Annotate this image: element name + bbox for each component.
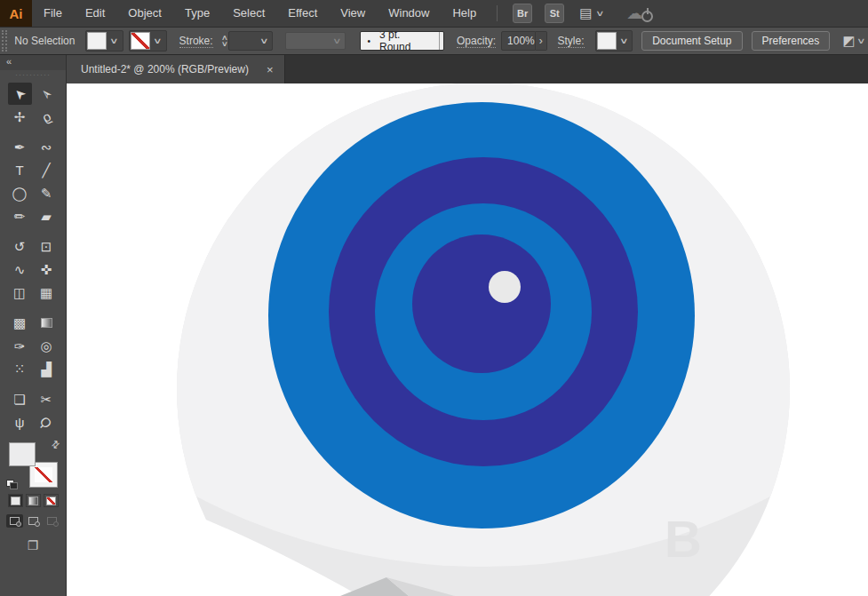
selection-status: No Selection [14,35,75,47]
change-screen-mode-icon[interactable]: ❐ [0,538,66,552]
gradient-button[interactable] [26,494,41,507]
menu-bar: Ai File Edit Object Type Select Effect V… [0,0,868,27]
lasso-tool[interactable]: ϱ [35,106,59,128]
chevron-down-icon[interactable]: ∨ [595,9,605,18]
hand-tool[interactable]: ψ [8,411,32,433]
swap-fill-stroke-icon[interactable]: ⇄ [49,438,63,452]
symbol-sprayer-tool[interactable]: ⁙ [8,358,32,380]
brush-definition-control[interactable]: • 3 pt. Round ∨ [360,31,445,51]
color-button[interactable] [8,494,23,507]
stroke-weight-stepper[interactable]: ∧ ∨ [222,35,227,47]
column-graph-tool[interactable]: ▟ [35,358,59,380]
none-button[interactable] [44,494,59,507]
stroke-weight-combobox[interactable]: ∨ [228,31,272,51]
document-tab[interactable]: Untitled-2* @ 200% (RGB/Preview) × [67,55,285,83]
draw-behind-button[interactable] [25,514,42,528]
document-tab-bar: Untitled-2* @ 200% (RGB/Preview) × [67,55,868,83]
type-tool[interactable]: T [8,159,32,181]
menu-object[interactable]: Object [116,0,173,27]
artboard-tool[interactable]: ❏ [8,388,32,410]
opacity-input[interactable]: 100% [501,31,536,51]
preferences-button[interactable]: Preferences [752,31,831,51]
paintbrush-tool[interactable]: ✎ [35,182,59,204]
menu-effect[interactable]: Effect [276,0,329,27]
shaper-tool[interactable]: ✏ [8,205,32,227]
chevron-down-icon[interactable]: ∨ [146,36,170,45]
power-icon [641,11,653,22]
fill-proxy-swatch[interactable] [9,442,36,466]
opacity-label[interactable]: Opacity: [457,35,496,48]
chevron-down-icon: ∨ [325,36,349,45]
blend-tool[interactable]: ◎ [35,335,59,357]
magic-wand-tool[interactable]: ✢ [8,106,32,128]
eyedropper-tool[interactable]: ✑ [8,335,32,357]
default-fill-stroke-icon[interactable] [6,480,18,489]
menu-file[interactable]: File [32,0,74,27]
shape-builder-tool[interactable]: ◫ [8,282,32,304]
watermark-letter: B [665,510,702,568]
gradient-tool[interactable] [35,312,59,334]
brush-dot-icon: • [368,36,371,46]
menu-type[interactable]: Type [173,0,221,27]
draw-inside-button [44,514,60,528]
puppet-warp-tool[interactable]: ✜ [35,258,59,281]
selection-tool[interactable]: ➤ [8,83,32,105]
brush-definition-value[interactable]: • 3 pt. Round [361,32,439,50]
arrange-icon[interactable]: ◩ [842,33,855,49]
perspective-grid-tool[interactable]: ▦ [35,282,59,304]
panel-grip[interactable] [2,30,7,52]
control-bar: No Selection ∨ ∨ Stroke: ∧ ∨ ∨ ∨ • 3 pt.… [0,27,868,55]
highlight-dot[interactable] [489,271,521,303]
width-tool[interactable]: ∿ [8,258,32,281]
graphic-style-control[interactable]: ∨ [595,30,633,52]
line-segment-tool[interactable]: ╱ [35,159,59,181]
zoom-tool[interactable]: Ϙ [35,411,59,433]
rotate-tool[interactable]: ↺ [8,235,32,258]
document-tab-title: Untitled-2* @ 200% (RGB/Preview) [81,63,249,75]
menu-select[interactable]: Select [221,0,276,27]
chevron-down-icon[interactable]: ∨ [439,36,445,45]
artboard-canvas[interactable]: B [67,83,868,596]
cloud-icon: ☁ [626,4,642,23]
brush-definition-dropdown-button[interactable]: ∨ [439,32,445,50]
chevron-down-icon[interactable]: ∨ [856,36,866,45]
scale-tool[interactable]: ⊡ [35,235,59,258]
collapse-panel-icon[interactable]: « [0,55,66,70]
pupil-circle[interactable] [412,234,551,373]
paint-mode-buttons [0,494,66,507]
stroke-weight-label: Stroke: [179,35,213,48]
stroke-color-control[interactable]: ∨ [129,30,167,52]
workspace-switcher-icon[interactable]: ▤ [579,5,592,21]
drawing-mode-buttons [0,514,66,528]
pen-tool[interactable]: ✒ [8,136,32,158]
eraser-tool[interactable]: ▰ [35,205,59,227]
fill-color-control[interactable]: ∨ [85,30,123,52]
style-label: Style: [558,35,585,48]
fill-stroke-controls: ⇄ [9,442,57,487]
close-icon[interactable]: × [267,63,274,76]
sync-status-icon: ☁ [626,4,653,23]
menu-window[interactable]: Window [377,0,441,27]
curvature-tool[interactable]: ∾ [35,136,59,158]
slice-tool[interactable]: ✂ [35,388,59,410]
panel-grip-dots[interactable]: ·········· [0,70,66,81]
variable-width-dropdown-disabled: ∨ [285,32,346,50]
menu-edit[interactable]: Edit [74,0,116,27]
stepper-down-icon[interactable]: ∨ [220,41,227,47]
menu-view[interactable]: View [329,0,377,27]
document-setup-button[interactable]: Document Setup [641,31,742,51]
draw-normal-button[interactable] [6,514,23,528]
mesh-tool[interactable]: ▩ [8,312,32,334]
artwork-webcam-eye[interactable]: B [67,83,868,596]
bridge-button[interactable]: Br [513,4,532,23]
stroke-proxy-swatch[interactable] [30,463,57,487]
tools-panel: « ·········· ➤ ➢ ✢ ϱ ✒ ∾ T ╱ ◯ ✎ ✏ ▰ ↺ ⊡… [0,55,67,596]
chevron-down-icon[interactable]: ∨ [612,36,636,45]
chevron-down-icon[interactable]: ∨ [252,36,276,45]
menu-help[interactable]: Help [441,0,488,27]
chevron-down-icon[interactable]: ∨ [102,36,126,45]
stock-button[interactable]: St [545,4,564,23]
ellipse-tool[interactable]: ◯ [8,182,32,204]
direct-selection-tool[interactable]: ➢ [35,83,59,105]
opacity-submenu-arrow[interactable]: › [536,31,547,51]
